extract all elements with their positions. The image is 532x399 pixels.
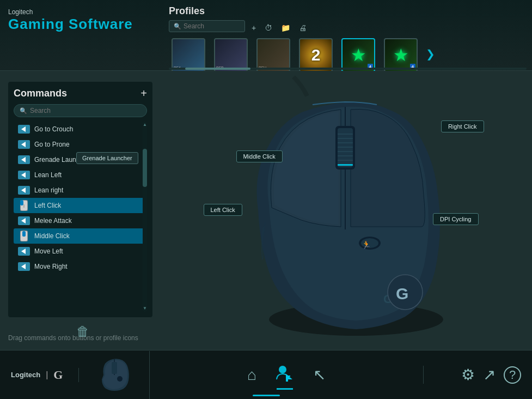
logo-text-large: Gaming Software	[8, 16, 133, 33]
nav-home-button[interactable]: ⌂	[243, 364, 261, 386]
profiles-icon	[276, 364, 293, 385]
search-icon: 🔍	[174, 23, 181, 30]
command-icon-lean-left	[18, 171, 30, 179]
commands-search-input[interactable]	[30, 107, 128, 114]
command-label-lean-left: Lean Left	[34, 171, 62, 179]
profiles-search-input[interactable]	[184, 22, 238, 30]
command-item-grenade[interactable]: Grenade Launcher Grenade Launcher	[14, 152, 147, 167]
command-label-move-right: Move Right	[34, 263, 68, 270]
help-icon[interactable]: ?	[504, 366, 521, 384]
svg-text:G: G	[396, 285, 408, 303]
command-item-go-prone[interactable]: Go to Prone	[14, 137, 147, 152]
commands-add-button[interactable]: +	[140, 87, 147, 100]
command-item-move-left[interactable]: Move Left	[14, 244, 147, 259]
command-icon-go-crouch	[18, 125, 30, 134]
search-icon: 🔍	[20, 107, 27, 114]
commands-scrollbar[interactable]: ▲ ▼	[143, 122, 147, 312]
profiles-search-bar[interactable]: 🔍	[169, 20, 245, 32]
command-label-move-left: Move Left	[34, 247, 63, 255]
command-item-middle-click[interactable]: Middle Click	[14, 228, 147, 244]
profiles-section: Profiles 🔍 + ⏱ 📁 🖨 BF4 Battlefield 4	[169, 5, 527, 74]
bottom-bar: Logitech | G ⌂	[0, 350, 532, 399]
logo-area: Logitech Gaming Software	[8, 8, 133, 33]
profiles-scrollbar-thumb[interactable]	[185, 68, 250, 70]
svg-point-41	[117, 376, 123, 382]
command-icon-move-right	[18, 262, 30, 271]
folder-button[interactable]: 📁	[279, 22, 292, 33]
commands-list: Go to Crouch Go to Prone Grenade Launche…	[14, 122, 147, 312]
command-item-melee[interactable]: Melee Attack	[14, 213, 147, 228]
svg-rect-16	[22, 231, 26, 237]
bottom-mouse-svg	[95, 356, 133, 394]
left-click-label: Left Click	[204, 204, 242, 216]
commands-header: Commands +	[14, 87, 147, 100]
svg-text:🏃: 🏃	[362, 240, 371, 250]
top-bar: Logitech Gaming Software Profiles 🔍 + ⏱ …	[0, 0, 532, 71]
command-label-go-crouch: Go to Crouch	[34, 125, 73, 133]
commands-title: Commands	[14, 88, 67, 99]
left-click-label-text: Left Click	[211, 207, 235, 213]
home-icon: ⌂	[247, 366, 256, 384]
profiles-scrollbar[interactable]	[169, 67, 527, 70]
command-item-left-click[interactable]: Left Click	[14, 198, 147, 213]
svg-rect-40	[112, 362, 117, 374]
profiles-title: Profiles	[169, 5, 527, 17]
profiles-next-button[interactable]: ❯	[424, 47, 437, 61]
mouse-area: G100S G 🏃 Right Click	[158, 71, 532, 350]
commands-panel: Commands + 🔍 Go to Crouch Go to Prone	[8, 82, 152, 317]
svg-rect-11	[20, 200, 23, 205]
command-item-move-right[interactable]: Move Right	[14, 259, 147, 274]
print-button[interactable]: 🖨	[297, 22, 309, 33]
middle-click-label-text: Middle Click	[243, 153, 276, 160]
bottom-right-navigation: ⚙ ↗ ?	[423, 366, 532, 384]
nav-pointer-button[interactable]: ↖	[309, 363, 330, 386]
svg-marker-43	[286, 374, 292, 382]
commands-search-bar[interactable]: 🔍	[14, 104, 147, 117]
trash-button[interactable]: 🗑	[76, 324, 89, 339]
bottom-logo-text: Logitech	[11, 371, 40, 379]
command-label-middle-click: Middle Click	[34, 232, 70, 240]
svg-point-42	[279, 366, 286, 373]
scrollbar-down-arrow[interactable]: ▼	[143, 305, 147, 312]
bottom-mouse-thumb[interactable]	[79, 351, 150, 399]
command-item-lean-right[interactable]: Lean right	[14, 183, 147, 198]
grenade-tooltip: Grenade Launcher	[76, 152, 138, 164]
svg-rect-38	[338, 164, 353, 166]
settings-icon[interactable]: ⚙	[461, 366, 475, 384]
pointer-icon: ↖	[313, 366, 326, 384]
bottom-logo-g: G	[53, 368, 63, 382]
command-label-melee: Melee Attack	[34, 217, 72, 225]
dpi-label: DPI Cycling	[433, 213, 478, 225]
add-profile-button[interactable]: +	[249, 22, 258, 33]
commands-scrollbar-thumb[interactable]	[143, 149, 147, 187]
command-icon-move-left	[18, 247, 30, 256]
command-icon-middle-click	[18, 232, 30, 240]
command-icon-grenade	[18, 155, 30, 164]
command-icon-left-click	[18, 201, 30, 210]
main-area: Commands + 🔍 Go to Crouch Go to Prone	[0, 71, 532, 350]
command-icon-lean-right	[18, 186, 30, 195]
command-icon-go-prone	[18, 140, 30, 149]
bottom-logo: Logitech | G	[0, 368, 79, 382]
middle-click-label: Middle Click	[236, 150, 283, 162]
share-icon[interactable]: ↗	[483, 366, 496, 384]
right-click-label: Right Click	[441, 120, 484, 132]
right-click-label-text: Right Click	[448, 123, 477, 130]
bottom-navigation: ⌂ ↖	[150, 361, 423, 388]
command-label-left-click: Left Click	[34, 202, 61, 209]
mouse-svg-container: G100S G 🏃 Right Click	[187, 74, 503, 347]
command-item-lean-left[interactable]: Lean Left	[14, 167, 147, 183]
command-label-go-prone: Go to Prone	[34, 141, 70, 148]
command-item-go-crouch[interactable]: Go to Crouch	[14, 122, 147, 137]
dpi-label-text: DPI Cycling	[440, 216, 471, 222]
logo-text-small: Logitech	[8, 8, 133, 16]
scrollbar-up-arrow[interactable]: ▲	[143, 122, 147, 128]
history-button[interactable]: ⏱	[262, 22, 274, 33]
command-label-lean-right: Lean right	[34, 186, 63, 194]
nav-profiles-button[interactable]	[272, 361, 298, 388]
profiles-scrollbar-track	[169, 68, 527, 70]
drag-hint: Drag commands onto buttons or profile ic…	[8, 334, 138, 342]
command-icon-melee	[18, 216, 30, 225]
